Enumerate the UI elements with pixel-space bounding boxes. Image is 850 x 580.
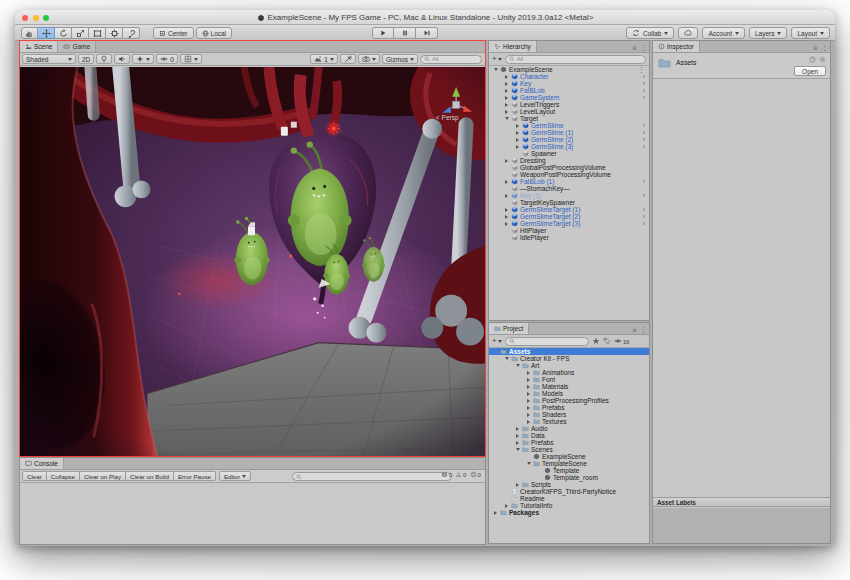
scene-audio-toggle[interactable] <box>114 54 130 64</box>
hierarchy-item[interactable]: IdlePlayer <box>489 234 649 241</box>
project-item[interactable]: Template_room <box>489 474 649 481</box>
toggle-2d-button[interactable]: 2D <box>78 54 94 64</box>
expand-arrow-icon[interactable] <box>525 378 532 382</box>
scene-lighting-toggle[interactable] <box>96 54 112 64</box>
console-editor-dropdown[interactable]: Editor <box>219 471 251 481</box>
create-object-dropdown[interactable]: + <box>492 55 502 63</box>
project-item[interactable]: Assets <box>489 348 649 355</box>
project-item[interactable]: Art <box>489 362 649 369</box>
hierarchy-item[interactable]: LevelLayout <box>489 108 649 115</box>
rotate-tool[interactable] <box>55 27 72 39</box>
prefab-open-arrow[interactable]: › <box>643 193 647 199</box>
project-item[interactable]: Font <box>489 376 649 383</box>
scene-viewport[interactable]: <Persp <box>20 67 485 456</box>
hierarchy-item[interactable]: TargetKeySpawner <box>489 199 649 206</box>
hierarchy-item[interactable]: HitPlayer <box>489 227 649 234</box>
hierarchy-item[interactable]: Character› <box>489 73 649 80</box>
scene-effects-dropdown[interactable] <box>132 54 154 64</box>
console-error-pause-button[interactable]: Error Pause <box>174 471 216 481</box>
project-search-input[interactable] <box>505 337 589 346</box>
cloud-button[interactable] <box>678 27 698 39</box>
expand-arrow-icon[interactable] <box>503 222 510 226</box>
prefab-open-arrow[interactable]: › <box>643 123 647 129</box>
account-dropdown[interactable]: Account <box>702 27 745 39</box>
prefab-open-arrow[interactable]: › <box>643 88 647 94</box>
expand-arrow-icon[interactable] <box>514 364 521 367</box>
expand-arrow-icon[interactable] <box>514 131 521 135</box>
lock-icon[interactable] <box>812 44 819 51</box>
expand-arrow-icon[interactable] <box>503 215 510 219</box>
label-tag-icon[interactable] <box>603 337 611 345</box>
project-item[interactable]: Creator Kit - FPS <box>489 355 649 362</box>
hierarchy-item[interactable]: Dressing <box>489 157 649 164</box>
expand-arrow-icon[interactable] <box>514 138 521 142</box>
prefab-open-arrow[interactable]: › <box>643 130 647 136</box>
create-asset-dropdown[interactable]: + <box>492 337 502 345</box>
expand-arrow-icon[interactable] <box>525 371 532 375</box>
expand-arrow-icon[interactable] <box>503 89 510 93</box>
hand-tool[interactable] <box>21 27 38 39</box>
expand-arrow-icon[interactable] <box>503 194 510 198</box>
hierarchy-item[interactable]: Key› <box>489 80 649 87</box>
panel-menu-icon[interactable]: ⋮ <box>640 44 647 51</box>
draw-mode-dropdown[interactable]: Shaded <box>22 54 76 64</box>
hierarchy-item[interactable]: Target <box>489 115 649 122</box>
project-item[interactable]: PostProcessingProfiles <box>489 397 649 404</box>
expand-arrow-icon[interactable] <box>514 427 521 431</box>
expand-arrow-icon[interactable] <box>503 96 510 100</box>
asset-labels-section[interactable]: Asset Labels <box>653 497 830 507</box>
project-item[interactable]: Scenes <box>489 446 649 453</box>
expand-arrow-icon[interactable] <box>514 124 521 128</box>
gear-icon[interactable] <box>819 56 826 63</box>
expand-arrow-icon[interactable] <box>503 357 510 360</box>
step-button[interactable] <box>416 27 438 39</box>
expand-arrow-icon[interactable] <box>503 75 510 79</box>
hierarchy-item[interactable]: ExampleScene⋮ <box>489 66 649 73</box>
hierarchy-search-input[interactable]: All <box>505 55 646 64</box>
expand-arrow-icon[interactable] <box>503 159 510 163</box>
expand-arrow-icon[interactable] <box>514 145 521 149</box>
scene-visibility-toggle[interactable]: 0 <box>156 54 178 64</box>
hierarchy-item[interactable]: FatBLob (1)› <box>489 178 649 185</box>
tab-scene[interactable]: Scene <box>20 41 58 52</box>
info-count-badge[interactable]: 0 <box>441 471 452 478</box>
hierarchy-item[interactable]: GermSlimeTarget (3)› <box>489 220 649 227</box>
hierarchy-item[interactable]: GermSlime (2)› <box>489 136 649 143</box>
warning-count-badge[interactable]: 0 <box>455 471 466 478</box>
scene-grid-dropdown[interactable] <box>180 54 202 64</box>
expand-arrow-icon[interactable] <box>503 82 510 86</box>
scene-options-icon[interactable]: ⋮ <box>638 67 647 73</box>
lock-icon[interactable] <box>631 326 638 333</box>
tab-console[interactable]: Console <box>20 458 64 469</box>
expand-arrow-icon[interactable] <box>525 462 532 465</box>
tab-project[interactable]: Project <box>489 323 529 334</box>
prefab-open-arrow[interactable]: › <box>643 81 647 87</box>
prefab-open-arrow[interactable]: › <box>643 179 647 185</box>
hierarchy-item[interactable]: GermSlime (1)› <box>489 129 649 136</box>
expand-arrow-icon[interactable] <box>525 420 532 424</box>
expand-arrow-icon[interactable] <box>503 103 510 107</box>
hierarchy-item[interactable]: GermSlimeTarget (1)› <box>489 206 649 213</box>
editor-tools-button[interactable] <box>340 54 356 64</box>
scene-layers-dropdown[interactable]: 1 <box>310 54 338 64</box>
scale-tool[interactable] <box>72 27 89 39</box>
expand-arrow-icon[interactable] <box>525 399 532 403</box>
hierarchy-item[interactable]: GlobalPostProcessingVolume <box>489 164 649 171</box>
console-search-input[interactable] <box>292 472 452 481</box>
prefab-open-arrow[interactable]: › <box>643 207 647 213</box>
expand-arrow-icon[interactable] <box>514 441 521 445</box>
project-item[interactable]: ?Readme <box>489 495 649 502</box>
scene-search-input[interactable]: All <box>420 55 482 64</box>
project-item[interactable]: TutorialInfo <box>489 502 649 509</box>
expand-arrow-icon[interactable] <box>514 483 521 487</box>
prefab-open-arrow[interactable]: › <box>643 95 647 101</box>
expand-arrow-icon[interactable] <box>503 208 510 212</box>
hierarchy-item[interactable]: FatBLob› <box>489 87 649 94</box>
project-item[interactable]: Prefabs <box>489 404 649 411</box>
project-item[interactable]: Shaders <box>489 411 649 418</box>
move-tool[interactable] <box>38 27 55 39</box>
tab-game[interactable]: Game <box>58 41 96 52</box>
expand-arrow-icon[interactable] <box>514 448 521 451</box>
console-log-area[interactable] <box>20 484 485 544</box>
hierarchy-item[interactable]: GermSlimeTarget (2)› <box>489 213 649 220</box>
